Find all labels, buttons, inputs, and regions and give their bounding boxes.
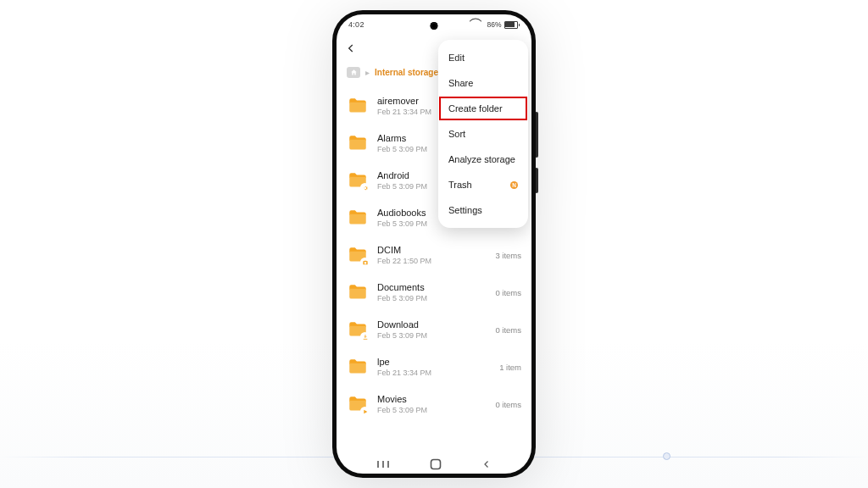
list-item[interactable]: DCIMFeb 22 1:50 PM3 items — [337, 236, 531, 274]
trash-badge: N — [510, 181, 518, 189]
list-item[interactable]: DownloadFeb 5 3:09 PM0 items — [337, 311, 531, 348]
status-time: 4:02 — [348, 20, 364, 29]
chevron-right-icon: ▸ — [365, 68, 370, 77]
folder-name: Movies — [377, 394, 490, 405]
back-nav-icon[interactable] — [481, 459, 492, 469]
folder-date: Feb 5 3:09 PM — [377, 294, 490, 302]
item-count: 3 items — [495, 251, 521, 260]
battery-pct: 86% — [487, 20, 501, 29]
wifi-icon — [476, 21, 484, 28]
item-count: 0 items — [495, 400, 521, 409]
folder-icon — [347, 281, 369, 303]
camera-badge-icon — [360, 258, 370, 267]
menu-sort[interactable]: Sort — [438, 121, 528, 147]
folder-icon — [347, 169, 369, 191]
list-item[interactable]: lpeFeb 21 3:34 PM1 item — [337, 348, 531, 385]
play-badge-icon — [360, 407, 370, 416]
item-count: 0 items — [495, 325, 521, 335]
folder-name: lpe — [377, 357, 494, 368]
menu-create-folder[interactable]: Create folder — [438, 96, 528, 121]
breadcrumb-current: Internal storage — [375, 68, 438, 77]
folder-icon — [347, 393, 369, 415]
menu-trash[interactable]: Trash N — [438, 172, 528, 197]
menu-analyze-storage[interactable]: Analyze storage — [438, 147, 528, 172]
folder-date: Feb 5 3:09 PM — [377, 331, 490, 340]
recents-icon[interactable] — [376, 459, 390, 469]
android-nav-bar — [337, 455, 531, 474]
gear-badge-icon — [360, 183, 370, 192]
folder-date: Feb 22 1:50 PM — [377, 257, 490, 265]
home-icon[interactable] — [347, 67, 360, 78]
folder-icon — [347, 95, 369, 117]
menu-trash-label: Trash — [448, 180, 472, 190]
folder-icon — [347, 207, 369, 229]
back-icon[interactable] — [343, 41, 359, 56]
folder-name: Download — [377, 319, 490, 330]
menu-settings[interactable]: Settings — [438, 197, 528, 223]
menu-edit[interactable]: Edit — [438, 45, 528, 70]
phone-mockup: 4:02 86% — [332, 10, 536, 478]
folder-date: Feb 21 3:34 PM — [377, 369, 494, 377]
decorative-dot — [663, 452, 670, 460]
list-item[interactable]: DocumentsFeb 5 3:09 PM0 items — [337, 274, 531, 311]
menu-share[interactable]: Share — [438, 70, 528, 96]
status-bar: 4:02 86% — [337, 14, 531, 35]
folder-icon — [347, 132, 369, 154]
screen: 4:02 86% — [337, 14, 531, 474]
folder-icon — [347, 319, 369, 341]
home-nav-icon[interactable] — [430, 458, 442, 470]
overflow-menu: Edit Share Create folder Sort Analyze st… — [438, 40, 528, 228]
folder-name: DCIM — [377, 245, 490, 256]
folder-name: Documents — [377, 282, 490, 293]
item-count: 1 item — [499, 363, 521, 372]
download-badge-icon — [360, 332, 370, 341]
svg-rect-3 — [431, 460, 440, 469]
list-item[interactable]: MoviesFeb 5 3:09 PM0 items — [337, 385, 531, 423]
folder-date: Feb 5 3:09 PM — [377, 406, 490, 414]
battery-icon — [504, 21, 520, 29]
phone-frame: 4:02 86% — [332, 10, 536, 478]
item-count: 0 items — [495, 288, 521, 297]
folder-icon — [347, 244, 369, 266]
folder-icon — [347, 356, 369, 378]
